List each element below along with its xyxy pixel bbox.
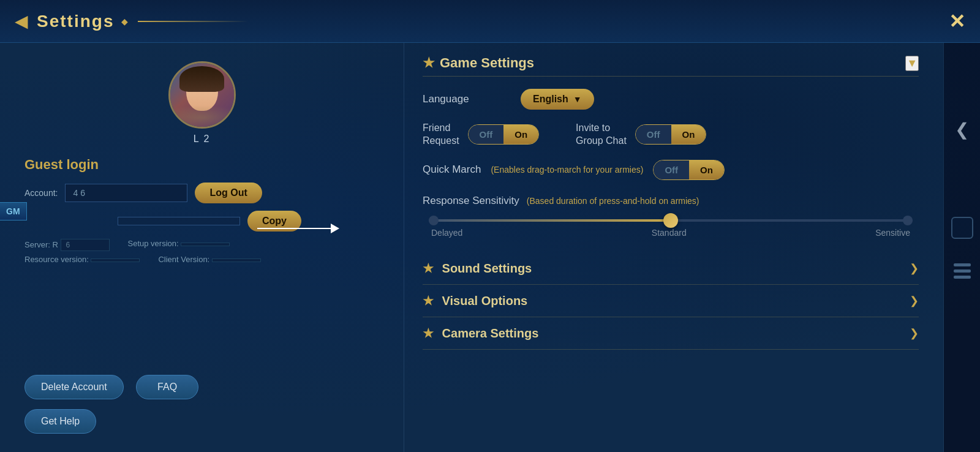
- quick-march-label: Quick March: [423, 164, 481, 176]
- quick-march-row: Quick March (Enables drag-to-march for y…: [423, 160, 919, 180]
- language-dropdown[interactable]: English ▼: [521, 89, 594, 110]
- right-panel: ★ Game Settings ▼ Language English ▼ Fri…: [404, 43, 943, 452]
- resource-version-value: [91, 258, 140, 262]
- visual-options-expand-icon[interactable]: ❯: [910, 294, 919, 307]
- language-label: Language: [423, 93, 508, 105]
- language-row: Language English ▼: [423, 89, 919, 110]
- quick-march-desc: (Enables drag-to-march for your armies): [491, 165, 643, 175]
- delete-account-button[interactable]: Delete Account: [24, 375, 124, 399]
- visual-options-label: Visual Options: [442, 294, 528, 307]
- slider-thumb[interactable]: [663, 213, 678, 228]
- account-id-box: [118, 217, 240, 225]
- visual-star-icon: ★: [423, 294, 434, 307]
- camera-settings-section[interactable]: ★ Camera Settings ❯: [423, 317, 919, 350]
- sensitivity-section: Response Sensitivity (Based duration of …: [423, 195, 919, 238]
- language-value: English: [533, 94, 568, 105]
- camera-settings-title: ★ Camera Settings: [423, 326, 538, 341]
- quick-march-toggle: Off On: [653, 160, 725, 180]
- info-row-2: Resource version: Client Version:: [24, 255, 379, 264]
- account-row: Account: 4 6 Log Out: [24, 183, 379, 203]
- diamond-icon: ◆: [121, 17, 128, 26]
- game-settings-header: ★ Game Settings ▼: [423, 55, 919, 77]
- sidebar-bars: [954, 263, 971, 279]
- setup-version-value: [181, 243, 230, 246]
- bottom-buttons: Delete Account FAQ Get Help: [24, 375, 198, 434]
- left-panel: GM L 2 Guest login Account: 4 6 Log Out: [0, 43, 404, 452]
- avatar-wings: [168, 105, 236, 129]
- sidebar-back-chevron[interactable]: ❮: [955, 119, 969, 140]
- avatar-section: L 2: [24, 61, 379, 145]
- logout-button[interactable]: Log Out: [195, 183, 262, 203]
- resource-version-label: Resource version:: [24, 255, 89, 264]
- invite-group-chat-toggle: Off On: [635, 124, 707, 145]
- faq-button[interactable]: FAQ: [136, 375, 198, 399]
- game-settings-section: ★ Game Settings ▼ Language English ▼ Fri…: [423, 55, 919, 238]
- game-settings-collapse-button[interactable]: ▼: [905, 56, 919, 71]
- back-icon: ◀: [15, 11, 28, 31]
- camera-settings-expand-icon[interactable]: ❯: [910, 326, 919, 340]
- sidebar-bar-2: [954, 269, 971, 273]
- account-label: Account:: [24, 188, 58, 198]
- sensitivity-slider[interactable]: Delayed Standard Sensitive: [423, 219, 919, 238]
- gm-badge: GM: [0, 202, 27, 220]
- slider-track: [429, 219, 913, 222]
- sensitivity-desc: (Based duration of press-and-hold on arm…: [527, 196, 699, 206]
- slider-labels: Delayed Standard Sensitive: [429, 228, 913, 238]
- guest-login-label: Guest login: [24, 157, 379, 173]
- account-value: 4 6: [65, 184, 187, 202]
- invite-group-chat-item: Invite toGroup Chat Off On: [576, 122, 706, 148]
- page-title: Settings: [37, 12, 114, 31]
- client-version-value: [212, 258, 261, 262]
- quick-march-off-button[interactable]: Off: [654, 160, 689, 179]
- sound-settings-title: ★ Sound Settings: [423, 261, 532, 276]
- get-help-button[interactable]: Get Help: [24, 409, 96, 434]
- right-sidebar: ❮: [943, 43, 980, 452]
- arrow-annotation: [257, 224, 339, 233]
- sound-settings-section[interactable]: ★ Sound Settings ❯: [423, 252, 919, 285]
- invite-on-button[interactable]: On: [671, 125, 706, 144]
- main-content: GM L 2 Guest login Account: 4 6 Log Out: [0, 43, 980, 452]
- button-row-1: Delete Account FAQ: [24, 375, 198, 399]
- friend-request-item: FriendRequest Off On: [423, 122, 539, 148]
- slider-label-sensitive: Sensitive: [875, 228, 910, 238]
- friend-request-off-button[interactable]: Off: [469, 125, 504, 144]
- friend-request-on-button[interactable]: On: [503, 125, 538, 144]
- visual-options-section[interactable]: ★ Visual Options ❯: [423, 285, 919, 317]
- client-version-label: Client Version:: [158, 255, 209, 264]
- friend-request-label: FriendRequest: [423, 122, 459, 148]
- sound-settings-label: Sound Settings: [442, 262, 532, 275]
- resource-version-info: Resource version:: [24, 255, 140, 264]
- game-settings-label: Game Settings: [440, 55, 534, 71]
- close-button[interactable]: ✕: [949, 10, 965, 33]
- app-header: ◀ Settings ◆ ✕: [0, 0, 980, 43]
- avatar: [168, 61, 236, 129]
- server-label: Server: R: [24, 240, 58, 249]
- sensitivity-label: Response Sensitivity: [423, 195, 519, 207]
- slider-label-standard: Standard: [652, 228, 687, 238]
- friend-request-toggle: Off On: [468, 124, 540, 145]
- player-level: L 2: [194, 134, 211, 145]
- game-settings-title: ★ Game Settings: [423, 55, 534, 71]
- camera-settings-label: Camera Settings: [442, 326, 539, 340]
- slider-dot-right: [903, 216, 913, 225]
- client-version-info: Client Version:: [158, 255, 260, 264]
- camera-star-icon: ★: [423, 326, 434, 340]
- sidebar-square: [951, 217, 973, 239]
- invite-off-button[interactable]: Off: [636, 125, 671, 144]
- slider-dot-left: [429, 216, 439, 225]
- header-divider: [138, 21, 248, 22]
- arrow-line: [257, 228, 331, 229]
- invite-group-chat-label: Invite toGroup Chat: [576, 122, 627, 148]
- slider-label-delayed: Delayed: [431, 228, 462, 238]
- arrow-head: [331, 224, 339, 233]
- star-icon: ★: [423, 55, 435, 71]
- sidebar-bar-1: [954, 263, 971, 266]
- visual-options-title: ★ Visual Options: [423, 293, 527, 308]
- sound-settings-expand-icon[interactable]: ❯: [910, 262, 919, 275]
- setup-version-label: Setup version:: [128, 239, 179, 248]
- setup-version-info: Setup version:: [128, 239, 230, 251]
- server-value: 6: [61, 239, 110, 251]
- sound-star-icon: ★: [423, 262, 434, 275]
- sidebar-bar-3: [954, 276, 971, 279]
- quick-march-on-button[interactable]: On: [689, 160, 724, 179]
